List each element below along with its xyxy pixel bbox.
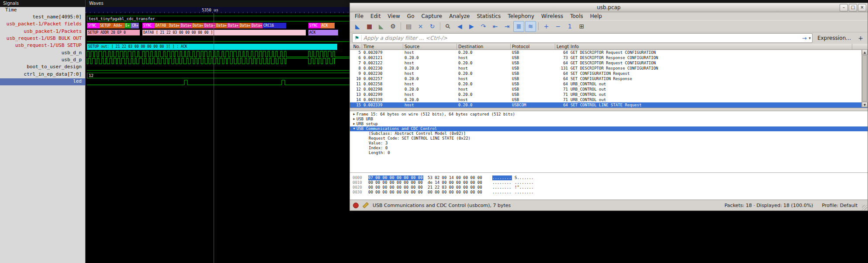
packet-row-10[interactable]: 100.0022570.20.0hostUSB64SET CONFIGURATI… (350, 76, 868, 81)
packet-row-14[interactable]: 140.0023390.20.0hostUSB71URB_CONTROL out (350, 97, 868, 102)
profile-status[interactable]: Profile: Default (822, 203, 858, 208)
signal-item-test-name-4095-0[interactable]: test_name[4095:0] (0, 14, 85, 21)
hex-row-0010[interactable]: 001000 00 00 00 00 00 00 00de 14 00 00 0… (350, 180, 868, 185)
go-forward-button[interactable]: ▶ (466, 21, 477, 32)
apply-filter-icon[interactable]: → (801, 35, 808, 42)
hex-row-0020[interactable]: 002000 00 00 00 00 00 00 0021 22 03 00 0… (350, 185, 868, 190)
detail-row-index-0[interactable]: Index: 0 (350, 146, 868, 151)
packet-list-scrollbar[interactable]: ▲ ▼ (861, 49, 868, 107)
column-header-no[interactable]: No. (350, 44, 362, 49)
close-button[interactable]: × (858, 4, 866, 11)
packet-row-13[interactable]: 130.002299host0.20.0USB71URB_CONTROL out (350, 92, 868, 97)
go-to-packet-button[interactable]: ↷ (478, 21, 489, 32)
expander-icon[interactable]: ▶ (352, 122, 356, 126)
scrollbar-thumb[interactable] (862, 55, 867, 102)
signal-item-boot-to-user-design[interactable]: boot_to_user_design (0, 64, 85, 71)
menu-telephony[interactable]: Telephony (504, 12, 538, 20)
resize-columns-button[interactable]: ⊞ (576, 21, 587, 32)
pane-splitter[interactable] (350, 108, 868, 111)
packet-row-12[interactable]: 120.0022980.20.0hostUSB71URB_CONTROL out (350, 87, 868, 92)
find-packet-button[interactable]: ⚲ (443, 21, 453, 32)
packet-row-6[interactable]: 60.0021210.20.0hostUSB73GET DESCRIPTOR R… (350, 55, 868, 60)
expander-icon[interactable]: ▶ (352, 112, 356, 117)
packet-row-11[interactable]: 110.002258host0.20.0USB64URB_CONTROL out (350, 81, 868, 87)
menu-capture[interactable]: Capture (418, 12, 446, 20)
signal-item-usb-request-1-usb-setup[interactable]: usb_request-1/USB SETUP (0, 42, 85, 49)
detail-row-urb-setup[interactable]: ▶URB setup (350, 122, 868, 126)
stop-capture-button[interactable]: ■ (364, 21, 375, 32)
column-header-source[interactable]: Source (403, 44, 457, 49)
signal-item-usb-d-p[interactable]: usb_d_p (0, 57, 85, 64)
detail-row-usb-urb[interactable]: ▶USB URB (350, 117, 868, 122)
menu-tools[interactable]: Tools (567, 12, 587, 20)
signal-item-usb-request-1-usb-bulk-out[interactable]: usb_request-1/USB BULK OUT (0, 35, 85, 42)
column-header-time[interactable]: Time (362, 44, 403, 49)
packet-row-9[interactable]: 90.002230host0.20.0USB64SET CONFIGURATIO… (350, 71, 868, 76)
display-filter-input[interactable] (362, 35, 801, 41)
detail-row-subclass-abstract-cont[interactable]: [Subclass: Abstract Control Model (0x02)… (350, 131, 868, 136)
expander-icon[interactable]: ▶ (352, 117, 356, 122)
restart-capture-button[interactable]: ◣ (376, 21, 387, 32)
detail-text: USB Communications and CDC Control (356, 126, 437, 131)
signal-item-led[interactable]: led (0, 78, 85, 85)
go-first-button[interactable]: ⇤ (490, 21, 501, 32)
go-to-packet-icon: ↷ (481, 23, 486, 29)
expander-icon[interactable]: ▼ (352, 126, 356, 131)
zoom-original-button[interactable]: 1 (564, 21, 575, 32)
detail-row-frame-15-64-bytes-on-wi[interactable]: ▶Frame 15: 64 bytes on wire (512 bits), … (350, 112, 868, 117)
signal-item-usb-packet-1-packets[interactable]: usb_packet-1/Packets (0, 28, 85, 35)
hex-row-0030[interactable]: 003000 00 00 00 00 00 00 0000 00 00 00 0… (350, 190, 868, 195)
zoom-in-button[interactable]: + (541, 21, 552, 32)
hex-ascii-right: ........ (515, 180, 533, 185)
scroll-up-button[interactable]: ▲ (862, 49, 868, 55)
menu-view[interactable]: View (384, 12, 403, 20)
detail-row-length-0[interactable]: Length: 0 (350, 151, 868, 155)
cell-info: GET DESCRIPTOR Response CONFIGURATION (569, 66, 852, 71)
go-last-button[interactable]: ⇥ (501, 21, 512, 32)
menu-edit[interactable]: Edit (367, 12, 384, 20)
expert-info-icon[interactable] (353, 203, 359, 208)
maximize-button[interactable]: □ (849, 4, 857, 11)
column-header-length[interactable]: Length (555, 44, 569, 49)
menu-statistics[interactable]: Statistics (473, 12, 504, 20)
capture-options-button[interactable]: ⚙ (387, 21, 398, 32)
menu-help[interactable]: Help (587, 12, 605, 20)
column-header-info[interactable]: Info (569, 44, 852, 49)
time-cursor[interactable] (214, 13, 214, 263)
packet-row-15[interactable]: 150.002339host0.20.0USBCOM64SET CONTROL … (350, 102, 868, 108)
signal-item-usb-d-n[interactable]: usb_d_n (0, 50, 85, 57)
scroll-down-button[interactable]: ▼ (862, 102, 868, 107)
column-header-destination[interactable]: Destination (457, 44, 511, 49)
menu-analyze[interactable]: Analyze (446, 12, 473, 20)
zoom-out-button[interactable]: − (553, 21, 564, 32)
signal-item-usb-packet-1-packet-fields[interactable]: usb_packet-1/Packet fields (0, 21, 85, 28)
bookmark-icon[interactable]: ⚑ (353, 35, 362, 41)
packet-row-7[interactable]: 70.002122host0.20.0USB64GET DESCRIPTOR R… (350, 60, 868, 66)
add-filter-button[interactable]: + (856, 35, 865, 42)
packet-row-8[interactable]: 80.0022300.20.0hostUSB131GET DESCRIPTOR … (350, 66, 868, 71)
menu-file[interactable]: File (351, 12, 367, 20)
minimize-button[interactable]: – (840, 4, 848, 11)
open-file-button[interactable]: ▤ (403, 21, 414, 32)
window-resize-grip[interactable] (862, 205, 867, 210)
capture-comment-icon[interactable] (363, 202, 369, 208)
menu-go[interactable]: Go (404, 12, 418, 20)
menu-wireless[interactable]: Wireless (538, 12, 567, 20)
signal-item-ctrl-in-ep-data-7-0[interactable]: ctrl_in_ep_data[7:0] (0, 71, 85, 78)
colorize-button[interactable]: ≋ (525, 21, 536, 32)
expression-button[interactable]: Expression… (815, 35, 854, 41)
filter-dropdown-icon[interactable]: ▾ (808, 36, 813, 40)
detail-row-value-3[interactable]: Value: 3 (350, 141, 868, 146)
hex-row-0000[interactable]: 000007 00 00 00 00 00 00 0053 02 00 14 0… (350, 175, 868, 180)
close-file-button[interactable]: × (415, 21, 426, 32)
column-header-protocol[interactable]: Protocol (511, 44, 555, 49)
reload-file-button[interactable]: ↻ (427, 21, 438, 32)
detail-row-request-code-set-contro[interactable]: Request Code: SET CONTROL LINE STATE (0x… (350, 136, 868, 141)
auto-scroll-button[interactable]: ≣ (513, 21, 524, 32)
window-titlebar[interactable]: usb.pcap –□× (350, 3, 868, 12)
detail-row-usb-communications-and-c[interactable]: ▼USB Communications and CDC Control (350, 126, 868, 131)
go-back-button[interactable]: ◀ (454, 21, 465, 32)
hex-bytes-left: 07 00 00 00 00 00 00 00 (368, 175, 423, 180)
start-capture-button[interactable]: ◣ (352, 21, 363, 32)
packet-row-5[interactable]: 50.002079host0.20.0USB64GET DESCRIPTOR R… (350, 50, 868, 55)
